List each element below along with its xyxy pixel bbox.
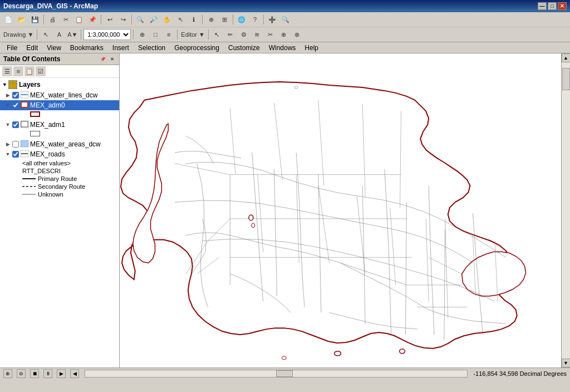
app-title: Descarga_DIVA_GIS - ArcMap [3,2,538,10]
svg-rect-1 [9,82,13,84]
copy-button[interactable]: 📋 [73,13,85,26]
select-button[interactable]: ↖ [174,13,186,26]
layer-adm0[interactable]: ▼ MEX_adm0 [0,100,119,110]
bottom-thumb[interactable] [276,370,293,377]
menu-customize[interactable]: Customize [224,43,264,53]
layer-icon-adm1 [20,120,29,129]
zoom-full-button[interactable]: ⊕ [205,13,217,26]
zoom-out-button[interactable]: 🔎 [148,13,160,26]
new-button[interactable]: 📄 [2,13,14,26]
overview-button[interactable]: □ [149,28,161,41]
expand-water-lines[interactable]: ▶ [4,92,11,99]
scroll-thumb[interactable] [562,68,570,90]
toc-close[interactable]: ✕ [108,55,116,63]
layers-folder-icon [8,80,17,89]
secondary-route-line [22,186,36,187]
menu-edit[interactable]: Edit [22,43,42,53]
scroll-track[interactable] [562,62,570,359]
layer-adm0-swatch [30,111,40,117]
checkbox-adm0[interactable] [12,102,19,109]
magnifier-button[interactable]: ⊕ [136,28,148,41]
menubar: File Edit View Bookmarks Insert Selectio… [0,42,570,53]
maximize-button[interactable]: □ [548,2,557,10]
layers-group[interactable]: ▼ Layers [0,79,119,90]
edit-tool3[interactable]: ⚙ [238,28,250,41]
expand-adm0[interactable]: ▼ [4,102,11,109]
scale-dropdown[interactable]: 1:3,000,000 [83,29,131,40]
scrollbar-button[interactable]: ≡ [163,28,175,41]
layer-label-adm1: MEX_adm1 [30,121,65,129]
toc-source-view[interactable]: 📋 [24,66,35,76]
layer-water-areas[interactable]: ▶ MEX_water_areas_dcw [0,139,119,149]
redo-button[interactable]: ↪ [117,13,129,26]
toc-selection-view[interactable]: ☑ [36,66,46,76]
toc-list-view[interactable]: ☰ [2,66,12,76]
menu-windows[interactable]: Windows [264,43,301,53]
edit-tool1[interactable]: ↖ [211,28,223,41]
open-button[interactable]: 📂 [16,13,28,26]
paste-button[interactable]: 📌 [86,13,99,26]
checkbox-water-areas[interactable] [12,141,19,148]
stop-button[interactable]: ⏹ [30,369,39,378]
map-area[interactable] [120,53,561,367]
island-5 [282,356,286,360]
edit-tool4[interactable]: ≋ [251,28,263,41]
menu-bookmarks[interactable]: Bookmarks [66,43,108,53]
drawing-label[interactable]: Drawing ▼ [3,31,33,38]
search-button[interactable]: 🔍 [279,13,292,26]
menu-view[interactable]: View [42,43,66,53]
expand-adm1[interactable]: ▼ [4,121,11,128]
forward-button[interactable]: ▶ [57,369,66,378]
menu-selection[interactable]: Selection [134,43,170,53]
unknown-route-line [22,194,36,195]
draw-text[interactable]: A [53,28,65,41]
cut-button[interactable]: ✂ [60,13,72,26]
scroll-up-button[interactable]: ▲ [562,53,571,62]
edit-tool7[interactable]: ⊗ [291,28,303,41]
back-button[interactable]: ◀ [70,369,79,378]
layer-adm1[interactable]: ▼ MEX_adm1 [0,120,119,130]
toc-auto-hide[interactable]: 📌 [99,55,107,63]
edit-tool5[interactable]: ✂ [264,28,277,41]
roads-other-values: <all other values> [22,160,71,166]
svg-rect-8 [21,140,28,147]
checkbox-adm1[interactable] [12,121,19,128]
zoom-layer-button[interactable]: ⊞ [218,13,230,26]
layer-roads[interactable]: ▼ MEX_roads [0,149,119,159]
zoom-out-status[interactable]: ⊖ [17,369,26,378]
svg-rect-7 [21,121,28,127]
checkbox-water-lines[interactable] [12,92,19,99]
pause-button[interactable]: ⏸ [43,369,52,378]
globe-button[interactable]: 🌐 [235,13,248,26]
scroll-down-button[interactable]: ▼ [562,359,571,367]
draw-select[interactable]: ↖ [40,28,52,41]
add-data-button[interactable]: ➕ [266,13,278,26]
identify-button[interactable]: ℹ [188,13,200,26]
menu-help[interactable]: Help [300,43,323,53]
draw-font[interactable]: A▼ [66,28,78,41]
sep7 [37,30,37,40]
layer-water-lines[interactable]: ▶ MEX_water_lines_dcw [0,90,119,100]
edit-tool6[interactable]: ⊕ [278,28,290,41]
editor-label[interactable]: Editor ▼ [181,31,205,38]
edit-tool2[interactable]: ✏ [224,28,237,41]
pan-button[interactable]: ✋ [161,13,173,26]
expand-water-areas[interactable]: ▶ [4,141,11,148]
zoom-in-status[interactable]: ⊕ [3,369,12,378]
island-small [294,86,298,89]
print-button[interactable]: 🖨 [46,13,58,26]
expand-roads[interactable]: ▼ [4,151,11,158]
close-button[interactable]: ✕ [558,2,567,10]
undo-button[interactable]: ↩ [104,13,116,26]
minimize-button[interactable]: — [538,2,547,10]
zoom-in-button[interactable]: 🔍 [134,13,146,26]
sep2 [101,14,101,24]
menu-geoprocessing[interactable]: Geoprocessing [170,43,224,53]
save-button[interactable]: 💾 [29,13,41,26]
checkbox-roads[interactable] [12,151,19,158]
bottom-scrollbar[interactable] [85,370,468,378]
toc-details-view[interactable]: ≡ [13,66,23,76]
menu-file[interactable]: File [2,43,22,53]
menu-insert[interactable]: Insert [108,43,134,53]
arcmap-help[interactable]: ? [249,13,261,26]
